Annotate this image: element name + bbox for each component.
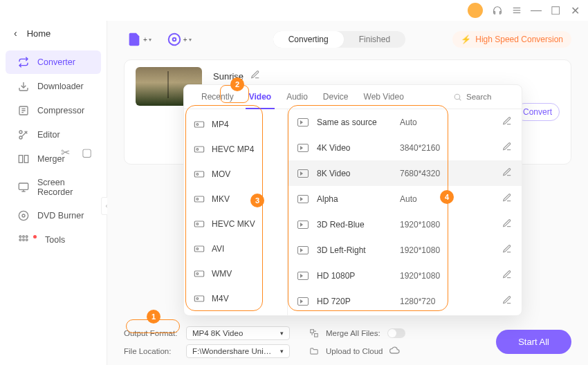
convert-icon: [18, 57, 29, 68]
format-tab-device[interactable]: Device: [315, 85, 356, 109]
format-icon: [194, 119, 205, 130]
edit-resolution-icon[interactable]: [502, 295, 512, 307]
rename-icon[interactable]: [250, 70, 260, 82]
svg-point-15: [22, 214, 25, 217]
start-all-button[interactable]: Start All: [496, 330, 571, 354]
format-popup: RecentlyVideoAudioDeviceWeb Video MP4HEV…: [183, 84, 522, 316]
format-option-mkv[interactable]: MKV: [184, 187, 287, 212]
svg-rect-38: [194, 246, 203, 252]
sidebar-item-compressor[interactable]: Compressor: [6, 99, 101, 122]
svg-point-21: [26, 239, 28, 241]
merge-icon: [18, 153, 29, 165]
tab-finished[interactable]: Finished: [344, 31, 405, 48]
format-tab-audio[interactable]: Audio: [279, 85, 315, 109]
output-format-select[interactable]: MP4 8K Video▾: [186, 326, 290, 340]
svg-rect-36: [194, 221, 203, 227]
menu-icon[interactable]: [512, 6, 522, 15]
svg-rect-42: [194, 296, 203, 301]
edit-resolution-icon[interactable]: [502, 116, 512, 128]
sidebar-item-screen-recorder[interactable]: Screen Recorder: [6, 171, 101, 203]
edit-resolution-icon[interactable]: [502, 142, 512, 153]
minimize-button[interactable]: —: [531, 6, 541, 15]
merge-all-label: Merge All Files:: [326, 329, 380, 337]
folder-icon[interactable]: [309, 346, 319, 356]
sidebar-item-editor[interactable]: Editor: [6, 123, 101, 147]
svg-point-35: [196, 198, 199, 200]
resolution-option[interactable]: Same as sourceAuto: [288, 109, 522, 135]
tab-converting[interactable]: Converting: [273, 31, 344, 48]
svg-point-14: [19, 211, 28, 220]
video-frame-icon: [297, 297, 309, 306]
format-option-hevc-mkv[interactable]: HEVC MKV: [184, 212, 287, 236]
compress-icon: [18, 105, 29, 116]
resolution-option[interactable]: 3D Left-Right1920*1080: [288, 237, 522, 263]
format-list: MP4HEVC MP4MOVMKVHEVC MKVAVIWMVM4V: [184, 109, 288, 315]
sidebar-item-downloader[interactable]: Downloader: [6, 75, 101, 98]
crop-icon[interactable]: ▢: [82, 146, 93, 157]
high-speed-conversion-link[interactable]: ⚡ High Speed Conversion: [452, 31, 571, 48]
edit-resolution-icon[interactable]: [502, 218, 512, 230]
resolution-option[interactable]: 4K Video3840*2160: [288, 135, 522, 160]
edit-resolution-icon[interactable]: [502, 167, 512, 179]
edit-resolution-icon[interactable]: [502, 270, 512, 281]
resolution-option[interactable]: HD 1080P1920*1080: [288, 263, 522, 288]
bolt-icon: ⚡: [461, 35, 471, 44]
add-dvd-dropdown[interactable]: +▾: [164, 29, 194, 50]
download-icon: [18, 81, 29, 92]
svg-rect-32: [194, 171, 203, 177]
callout-4: 4: [440, 190, 454, 204]
svg-rect-28: [194, 122, 203, 127]
sidebar-home[interactable]: ‹ Home: [0, 24, 107, 50]
sidebar-item-converter[interactable]: Converter: [6, 50, 101, 74]
resolution-option[interactable]: HD 720P1280*720: [288, 288, 522, 314]
format-option-mov[interactable]: MOV: [184, 162, 287, 187]
output-format-label: Output Format:: [124, 329, 179, 337]
user-avatar[interactable]: [468, 3, 483, 18]
record-icon: [18, 182, 29, 193]
video-frame-icon: [297, 118, 309, 127]
edit-resolution-icon[interactable]: [502, 193, 512, 205]
callout-2: 2: [230, 77, 244, 91]
headset-icon[interactable]: [493, 6, 502, 15]
search-input[interactable]: [466, 93, 508, 101]
format-tab-web-video[interactable]: Web Video: [356, 85, 412, 109]
merge-toggle[interactable]: [387, 328, 405, 338]
video-frame-icon: [297, 195, 309, 203]
svg-point-31: [196, 149, 199, 151]
format-option-m4v[interactable]: M4V: [184, 286, 287, 311]
format-option-mp4[interactable]: MP4: [184, 112, 287, 137]
format-option-avi[interactable]: AVI: [184, 236, 287, 261]
svg-point-29: [196, 124, 199, 126]
format-icon: [194, 144, 205, 155]
dvd-icon: [18, 210, 29, 221]
svg-point-39: [196, 248, 199, 250]
resolution-option[interactable]: 3D Red-Blue1920*1080: [288, 212, 522, 237]
maximize-button[interactable]: ☐: [551, 6, 560, 15]
status-tab-switch: Converting Finished: [273, 31, 405, 48]
format-icon: [194, 218, 205, 230]
format-option-wmv[interactable]: WMV: [184, 261, 287, 286]
tools-icon: [18, 234, 29, 245]
resolution-option[interactable]: AlphaAuto: [288, 186, 522, 212]
sidebar-item-tools[interactable]: Tools: [6, 228, 101, 252]
file-location-label: File Location:: [124, 347, 179, 355]
format-option-hevc-mp4[interactable]: HEVC MP4: [184, 137, 287, 162]
format-icon: [194, 268, 205, 279]
format-search[interactable]: [453, 93, 512, 102]
trim-icon[interactable]: ✂: [61, 146, 72, 157]
add-file-dropdown[interactable]: +▾: [124, 29, 154, 50]
close-button[interactable]: ✕: [570, 6, 580, 15]
file-location-select[interactable]: F:\Wondershare UniConverter 1▾: [186, 344, 290, 358]
resolution-list: Same as sourceAuto4K Video3840*21608K Vi…: [288, 109, 522, 315]
svg-point-37: [196, 223, 199, 225]
back-icon: ‹: [14, 28, 17, 39]
sidebar: ‹ Home ConverterDownloaderCompressorEdit…: [0, 21, 107, 365]
format-tab-video[interactable]: Video: [241, 85, 279, 109]
svg-point-17: [23, 236, 25, 238]
sidebar-item-dvd-burner[interactable]: DVD Burner: [6, 204, 101, 227]
video-frame-icon: [297, 246, 309, 254]
edit-resolution-icon[interactable]: [502, 244, 512, 256]
resolution-option[interactable]: 8K Video7680*4320: [288, 160, 522, 186]
upload-cloud-label: Upload to Cloud: [326, 347, 383, 355]
cloud-icon[interactable]: [389, 345, 401, 357]
